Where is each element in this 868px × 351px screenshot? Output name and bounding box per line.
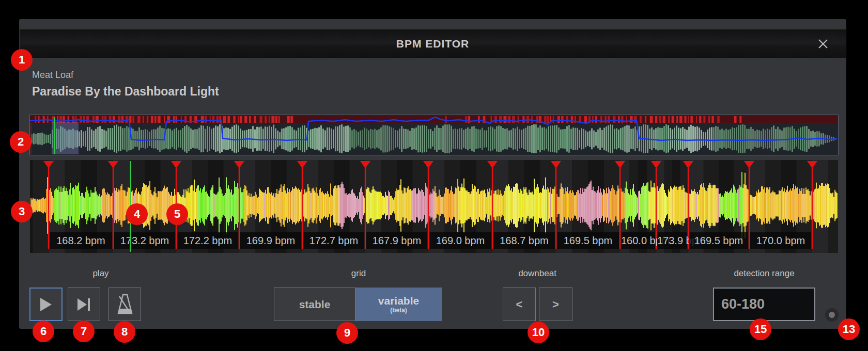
downbeat-section-label: downbeat: [481, 268, 594, 279]
detection-range-label: detection range: [707, 268, 821, 279]
track-artist: Meat Loaf: [32, 70, 73, 81]
annotation-badge-13: 13: [838, 318, 860, 340]
annotation-badge-5: 5: [166, 203, 188, 225]
metronome-button[interactable]: [109, 288, 141, 321]
grid-variable-button[interactable]: variable (beta): [355, 288, 442, 321]
resize-handle-dot: [829, 312, 835, 318]
bpm-segment-label: 172.2 bpm: [177, 232, 238, 249]
detection-range-input[interactable]: 60-180: [713, 288, 815, 321]
bpm-segment-label: 168.7 bpm: [493, 232, 555, 249]
chevron-left-icon: <: [516, 298, 523, 311]
close-button[interactable]: [813, 34, 833, 54]
grid-stable-label: stable: [299, 298, 331, 311]
annotation-badge-9: 9: [336, 322, 358, 344]
grid-section-label: grid: [302, 268, 415, 279]
annotation-badge-7: 7: [73, 321, 95, 342]
skip-next-icon: [77, 298, 91, 311]
bpm-segment-label: 169.9 bpm: [240, 232, 301, 249]
skip-to-next-beat-button[interactable]: [68, 288, 100, 321]
beatgrid-waveform[interactable]: 168.2 bpm173.2 bpm172.2 bpm169.9 bpm172.…: [30, 160, 838, 253]
downbeat-previous-button[interactable]: <: [503, 288, 536, 321]
downbeat-next-button[interactable]: >: [539, 288, 572, 321]
bpm-segment-label: 173.9 bpm: [657, 232, 687, 249]
dialog-titlebar: BPM EDITOR: [20, 29, 846, 58]
grid-variable-label: variable: [378, 295, 419, 306]
annotation-badge-15: 15: [750, 318, 771, 340]
bpm-segment-label: 172.7 bpm: [303, 232, 364, 249]
dialog-title: BPM EDITOR: [396, 38, 469, 50]
annotation-badge-3: 3: [11, 201, 33, 222]
annotation-badge-4: 4: [126, 203, 148, 225]
close-icon: [817, 38, 829, 50]
play-section-label: play: [44, 268, 158, 279]
play-icon: [40, 297, 52, 312]
annotation-badge-2: 2: [10, 131, 32, 153]
bpm-segment-label: 169.0 bpm: [429, 232, 491, 249]
bpm-editor-screen: BPM EDITOR Meat Loaf Paradise By the Das…: [0, 0, 868, 351]
resize-handle[interactable]: [825, 308, 839, 322]
annotation-badge-10: 10: [528, 322, 549, 343]
bpm-segment-label: 173.2 bpm: [114, 232, 175, 249]
metronome-icon: [115, 293, 135, 316]
play-button[interactable]: [29, 288, 63, 321]
bpm-segment-label: 169.5 bpm: [689, 232, 748, 249]
annotation-badge-1: 1: [11, 49, 33, 71]
bpm-segment-label: 167.9 bpm: [366, 232, 427, 249]
grid-stable-button[interactable]: stable: [274, 288, 355, 321]
annotation-badge-8: 8: [114, 321, 135, 343]
bpm-segment-label: 169.5 bpm: [557, 232, 619, 249]
grid-variable-beta-label: (beta): [390, 307, 407, 313]
track-title: Paradise By the Dashboard Light: [32, 85, 219, 99]
chevron-right-icon: >: [552, 298, 559, 311]
overview-waveform[interactable]: [30, 115, 838, 155]
bpm-segment-label: 170.0 bpm: [750, 232, 811, 249]
annotation-badge-6: 6: [33, 321, 54, 342]
detection-range-value: 60-180: [721, 296, 765, 312]
bpm-segment-label: 160.0 bpm: [621, 232, 655, 249]
bpm-segment-label: 168.2 bpm: [50, 232, 112, 249]
